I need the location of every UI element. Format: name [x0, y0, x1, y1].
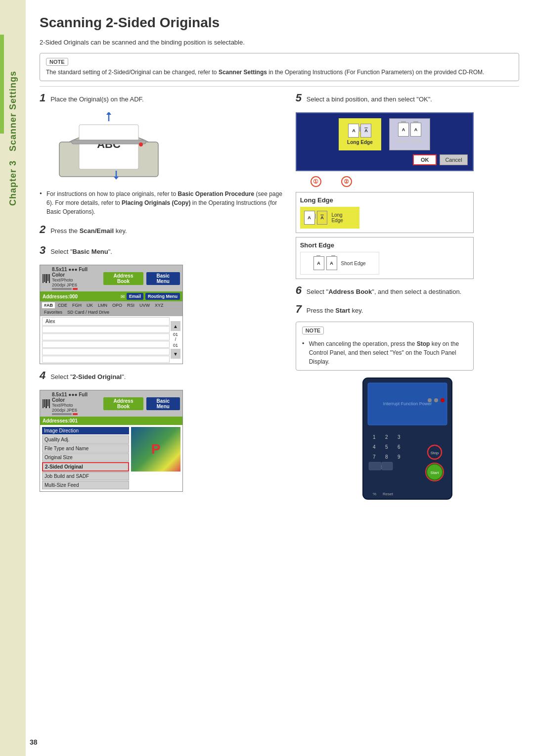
page-number: 38 [30, 738, 38, 746]
svg-text:%: % [373, 492, 376, 496]
scroll-down[interactable]: ▼ [171, 349, 180, 359]
two-col-layout: 1 Place the Original(s) on the ADF. ABC [40, 92, 519, 504]
screen-3-mockup: 8.5x11 ●●● Full Color Text/Photo 200dpi … [40, 265, 183, 364]
bind-position-screen: A A Long Edge A [296, 112, 474, 171]
step-1-text: Place the Original(s) on the ADF. [50, 95, 144, 103]
control-panel-wrap: Interrupt Function Power 1 2 3 4 5 6 7 8… [296, 376, 519, 504]
bind-options-row: A A Long Edge A [302, 118, 468, 150]
screen-4-main: Image Direction Quality Adj. File Type a… [40, 425, 182, 491]
intro-text: 2-Sided Originals can be scanned and the… [40, 39, 519, 46]
svg-marker-6 [114, 177, 119, 180]
tab-cde[interactable]: CDE [56, 302, 69, 308]
tab-fgh[interactable]: FGH [70, 302, 84, 308]
scroll-arrows: ▲ 01/ 01 ▼ [171, 317, 180, 363]
step-2: 2 Press the Scan/Email key. [40, 223, 286, 236]
svg-text:Interrupt  Function  Power: Interrupt Function Power [383, 401, 432, 406]
list-item-6 [42, 356, 170, 363]
step-5-text: Select a bind position, and then select … [307, 95, 432, 103]
step-1-bullet: For instructions on how to place origina… [40, 189, 286, 216]
tab-ijk[interactable]: IJK [85, 302, 95, 308]
step-number-6: 6 [296, 284, 302, 297]
tab-ab[interactable]: #AB [42, 302, 55, 308]
step-7: 7 Press the Start key. [296, 303, 519, 316]
menu-filetype[interactable]: File Type and Name [42, 444, 129, 453]
tab-xyz[interactable]: XYZ [153, 302, 166, 308]
bind-desc-long: Long Edge A A Long Edge [296, 192, 474, 233]
note-text-1: The standard setting of 2-Sided/Original… [46, 68, 513, 77]
short-edge-icon: A A [398, 123, 421, 137]
screen-address-book-btn-4[interactable]: Address Book [103, 397, 143, 410]
list-item-5 [42, 348, 170, 355]
screen-3-header: 8.5x11 ●●● Full Color Text/Photo 200dpi … [40, 265, 182, 291]
screen-4-header: 8.5x11 ●●● Full Color Text/Photo 200dpi … [40, 390, 182, 417]
screen-header-info-3: 8.5x11 ●●● Full Color Text/Photo 200dpi … [52, 267, 100, 290]
scroll-up[interactable]: ▲ [171, 321, 180, 331]
svg-text:6: 6 [398, 444, 400, 450]
screen-email-btn-3[interactable]: Email [127, 293, 143, 300]
tab-fav[interactable]: Favorites [42, 309, 64, 315]
tab-sd[interactable]: SD Card / Hard Drive [65, 309, 111, 315]
svg-text:1: 1 [373, 434, 376, 440]
barcode-icon [43, 274, 50, 283]
circle-labels: ① ② [311, 176, 519, 187]
screen-email-icon: ✉ [121, 294, 125, 299]
screen-4-row2: Addresses:001 [40, 417, 182, 425]
long-edge-title: Long Edge [300, 196, 469, 204]
svg-text:7: 7 [373, 454, 376, 460]
tab-uvw[interactable]: UVW [137, 302, 152, 308]
menu-quality[interactable]: Quality Adj. [42, 435, 129, 444]
svg-text:Reset: Reset [383, 492, 394, 496]
scanner-illustration: ABC [44, 112, 286, 186]
menu-2sided[interactable]: 2-Sided Original [42, 462, 129, 472]
list-item-4 [42, 341, 170, 348]
tab-opo[interactable]: OPO [110, 302, 124, 308]
long-edge-option[interactable]: A A Long Edge [339, 118, 381, 150]
menu-origsize[interactable]: Original Size [42, 453, 129, 462]
tab-lmn[interactable]: LMN [96, 302, 109, 308]
note-label-1: NOTE [46, 58, 68, 66]
screen-4-menu: Image Direction Quality Adj. File Type a… [42, 427, 129, 489]
list-item-3 [42, 333, 170, 340]
menu-jobbuild[interactable]: Job Build and SADF [42, 472, 129, 480]
short-edge-sublabel: Short Edge [341, 261, 366, 266]
screen-address-book-btn-3[interactable]: Address Book [103, 272, 143, 285]
ok-button[interactable]: OK [413, 154, 437, 165]
step-number-5: 5 [296, 92, 302, 104]
short-edge-option[interactable]: A A Short Edge [389, 118, 430, 150]
screen-basic-menu-btn-3[interactable]: Basic Menu [146, 272, 180, 285]
list-item-2 [42, 326, 170, 333]
screen-3-list: Alex ▲ 01/ 01 ▼ [40, 316, 182, 364]
screen-address-count-3: Addresses:000 [43, 294, 78, 299]
note-box-2: NOTE When canceling the operation, press… [296, 322, 474, 371]
step-5: 5 Select a bind position, and then selec… [296, 92, 519, 104]
right-column: 5 Select a bind position, and then selec… [296, 92, 519, 504]
screen-4-preview: P [131, 427, 180, 472]
screen-basic-menu-btn-4[interactable]: Basic Menu [146, 397, 180, 410]
step-number-2: 2 [40, 223, 45, 236]
page-indicator: 01/ [171, 332, 180, 342]
tab-rsi[interactable]: RSI [125, 302, 136, 308]
list-item-alex[interactable]: Alex [42, 317, 170, 326]
barcode-icon-4 [43, 399, 50, 408]
note-label-2: NOTE [302, 327, 324, 334]
step-4-text: Select "2-Sided Original". [50, 373, 126, 380]
menu-multifeed[interactable]: Multi-Size Feed [42, 481, 129, 489]
svg-text:8: 8 [385, 454, 388, 460]
short-edge-visual: A A Short Edge [300, 252, 379, 275]
screen-routing-btn-3[interactable]: Routing Menu [145, 293, 180, 300]
note-box-1: NOTE The standard setting of 2-Sided/Ori… [40, 53, 519, 81]
circle-1: ① [311, 176, 321, 187]
short-edge-title: Short Edge [300, 241, 469, 249]
page-title: Scanning 2-Sided Originals [40, 15, 519, 31]
screen-size-4: 8.5x11 ●●● Full Color [52, 392, 100, 403]
svg-text:Start: Start [430, 471, 439, 475]
main-content: Scanning 2-Sided Originals 2-Sided Origi… [30, 0, 534, 519]
cancel-button[interactable]: Cancel [440, 154, 467, 165]
screen-dpi-3: 200dpi JPE6 [52, 283, 100, 287]
step-number-1: 1 [40, 92, 45, 104]
image-direction-label: Image Direction [42, 427, 129, 434]
screen-3-row2: Addresses:000 ✉ Email Routing Menu [40, 291, 182, 301]
scanner-svg: ABC [44, 112, 173, 184]
control-panel-svg: Interrupt Function Power 1 2 3 4 5 6 7 8… [358, 376, 457, 504]
svg-rect-26 [369, 462, 381, 470]
